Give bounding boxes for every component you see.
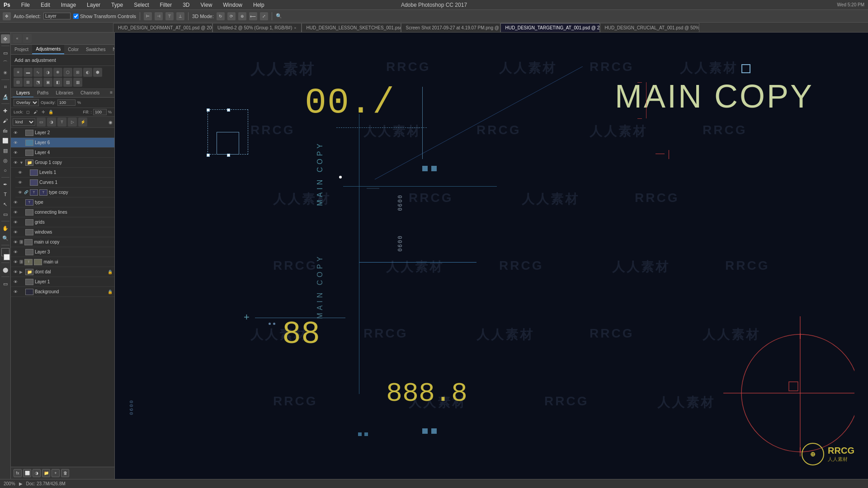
layer-vis-icon[interactable]: 👁 — [13, 130, 18, 136]
transform-handle-tl[interactable] — [207, 108, 210, 112]
blending-mode-select[interactable]: Overlay — [14, 99, 39, 106]
panel-btn-mask[interactable]: ⬜ — [23, 469, 31, 477]
layer-item[interactable]: 👁 Layer 1 — [11, 277, 114, 287]
layer-vis-icon[interactable]: 👁 — [13, 289, 18, 295]
menu-edit[interactable]: Edit — [39, 1, 52, 9]
group-collapse-icon[interactable]: ▶ — [19, 270, 24, 274]
align-left-icon[interactable]: ⊢ — [144, 12, 152, 20]
3d-slide-icon[interactable]: ⟵ — [249, 12, 257, 20]
layer-vis-icon[interactable]: 👁 — [13, 269, 18, 275]
transform-handle-tr[interactable] — [227, 108, 230, 112]
tool-brush[interactable]: 🖌 — [1, 116, 10, 125]
align-center-icon[interactable]: ⊣ — [155, 12, 163, 20]
adj-selective-color[interactable]: ▦ — [73, 78, 82, 87]
tool-eyedropper[interactable]: 🔬 — [1, 92, 10, 101]
tool-crop[interactable]: ⌗ — [1, 82, 10, 91]
tool-clone[interactable]: 🖮 — [1, 126, 10, 135]
tool-path-select[interactable]: ↖ — [1, 200, 10, 209]
layer-filter-type[interactable]: kind name — [13, 118, 35, 126]
tool-shape[interactable]: ▭ — [1, 210, 10, 219]
menu-image[interactable]: Image — [59, 1, 78, 9]
filter-toggle[interactable]: ◉ — [108, 120, 113, 125]
auto-select-input[interactable] — [43, 13, 71, 19]
layer-vis-icon[interactable]: 👁 — [17, 180, 23, 185]
menu-select[interactable]: Select — [132, 1, 151, 9]
3d-scale-icon[interactable]: ⤢ — [260, 12, 268, 20]
3d-roll-icon[interactable]: ⟳ — [227, 12, 236, 20]
adj-photo-filter[interactable]: ⬢ — [93, 68, 102, 77]
transform-handle-br[interactable] — [227, 154, 230, 157]
adj-color-lookup[interactable]: ⊠ — [24, 78, 33, 87]
layer-vis-icon[interactable]: 👁 — [13, 249, 18, 255]
tab-5[interactable]: HUD_DESIGN_CRUCIAL_AT_001.psd @ 50% (win… — [600, 23, 699, 32]
libraries-tab[interactable]: Libraries — [52, 89, 77, 97]
channels-tab[interactable]: Channels — [77, 89, 103, 97]
adj-channel-mixer[interactable]: ⊟ — [14, 78, 23, 87]
adj-vibrance[interactable]: ❋ — [53, 68, 62, 77]
tool-magic-wand[interactable]: ✳ — [1, 68, 10, 77]
tool-move[interactable]: ✥ — [1, 34, 10, 43]
layer-item[interactable]: 👁 3 main ui copy — [11, 237, 114, 247]
layer-item[interactable]: 👁 T type — [11, 197, 114, 207]
tab-swatches[interactable]: Swatches — [82, 45, 109, 54]
canvas-area[interactable]: 人人素材 RRCG 人人素材 RRCG 人人素材 RRCG 人人素材 RRCG … — [115, 33, 868, 479]
panel-btn-adjustment[interactable]: ◑ — [33, 469, 41, 477]
tab-adjustments[interactable]: Adjustments — [32, 45, 64, 54]
layer-vis-icon[interactable]: 👁 — [17, 170, 23, 175]
layer-item-group[interactable]: 👁 ▶ 📁 dont dal 🔒 — [11, 267, 114, 277]
adj-posterize[interactable]: ▣ — [43, 78, 52, 87]
panel-btn-group[interactable]: 📁 — [42, 469, 50, 477]
adj-invert[interactable]: ⬔ — [33, 78, 42, 87]
menu-layer[interactable]: Layer — [85, 1, 102, 9]
menu-window[interactable]: Window — [221, 1, 244, 9]
tool-pen[interactable]: ✒ — [1, 180, 10, 189]
layer-item[interactable]: 👁 Layer 2 — [11, 128, 114, 138]
panel-collapse-icon[interactable]: « — [13, 34, 22, 43]
layer-vis-icon[interactable]: 👁 — [13, 220, 18, 225]
layer-item[interactable]: 👁 Curves 1 — [15, 178, 114, 188]
tool-heal[interactable]: ✚ — [1, 106, 10, 115]
opacity-input[interactable] — [57, 99, 75, 106]
panel-options-icon[interactable]: ≡ — [23, 34, 32, 43]
panel-btn-new[interactable]: + — [52, 469, 60, 477]
fill-input[interactable] — [93, 109, 107, 115]
3d-pan-icon[interactable]: ⊕ — [238, 12, 246, 20]
tool-gradient[interactable]: ▤ — [1, 146, 10, 155]
layers-tab[interactable]: Layers — [13, 89, 33, 97]
tab-1[interactable]: Untitled-2 @ 50% (Group 1, RGB/8#) × — [212, 23, 302, 32]
adj-levels[interactable]: ▬ — [24, 68, 33, 77]
panel-btn-trash[interactable]: 🗑 — [61, 469, 69, 477]
adj-color-balance[interactable]: ⊞ — [73, 68, 82, 77]
search-icon[interactable]: 🔍 — [276, 13, 282, 19]
adj-brightness[interactable]: ☀ — [14, 68, 23, 77]
adj-curves[interactable]: ∿ — [33, 68, 42, 77]
layer-vis-icon[interactable]: 👁 — [13, 239, 18, 245]
layer-item-background[interactable]: 👁 Background 🔒 — [11, 287, 114, 297]
menu-filter[interactable]: Filter — [158, 1, 174, 9]
paths-tab[interactable]: Paths — [33, 89, 52, 97]
show-transform-checkbox[interactable] — [73, 14, 79, 19]
panel-btn-fx[interactable]: fx — [14, 469, 22, 477]
lock-all-icon[interactable]: 🔒 — [48, 109, 54, 115]
adj-threshold[interactable]: ◧ — [53, 78, 62, 87]
transform-handle-bl[interactable] — [207, 154, 210, 157]
layer-item-group[interactable]: 👁 ▼ 📁 Group 1 copy — [11, 158, 114, 168]
layer-item[interactable]: 👁 🔗 T T type copy — [15, 188, 114, 197]
layer-vis-icon[interactable]: 👁 — [13, 259, 18, 265]
tool-dodge[interactable]: ○ — [1, 166, 10, 175]
lock-pixels-icon[interactable]: ◻ — [25, 109, 31, 115]
filter-smart-icon[interactable]: ⚡ — [78, 117, 87, 127]
filter-pixel-icon[interactable]: ▭ — [37, 117, 46, 127]
layer-vis-icon[interactable]: 👁 — [13, 150, 18, 155]
3d-rotate-icon[interactable]: ↻ — [217, 12, 225, 20]
group-collapse-icon[interactable]: ▼ — [19, 160, 24, 165]
tab-color[interactable]: Color — [64, 45, 82, 54]
menu-type[interactable]: Type — [109, 1, 125, 9]
layer-item[interactable]: 👁 3 T main ui — [11, 257, 114, 267]
adj-black-white[interactable]: ◐ — [83, 68, 92, 77]
filter-shape-icon[interactable]: ▷ — [68, 117, 77, 127]
layer-vis-icon[interactable]: 👁 — [13, 279, 18, 285]
tab-3[interactable]: Screen Shot 2017-09-27 at 4.19.07 PM.png… — [401, 23, 500, 32]
adj-gradient-map[interactable]: ▨ — [63, 78, 72, 87]
layer-item[interactable]: 👁 Layer 6 — [11, 138, 114, 148]
